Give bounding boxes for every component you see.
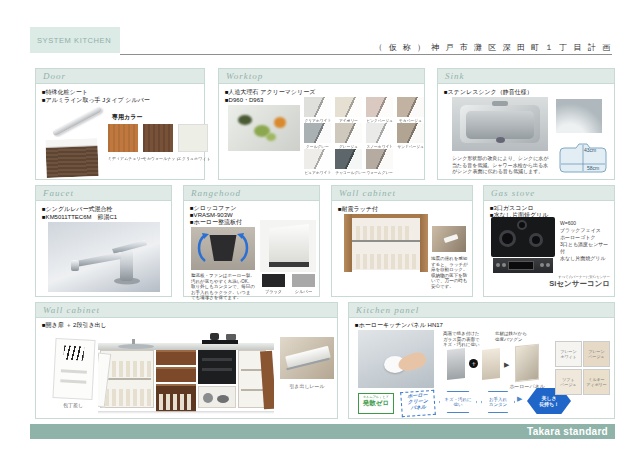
formaldehyde-zero-badge: ホルムアルデヒド 発散ゼロ bbox=[358, 393, 394, 414]
door-spec-line: ■アルミライン取っ手 Jタイプ シルバー bbox=[42, 96, 150, 104]
project-title: （ 仮 称 ） 神 戸 市 灘 区 深 田 町 １ 丁 目 計 画 bbox=[374, 42, 612, 53]
panel-rangehood-header: Rangehood bbox=[184, 186, 319, 201]
wall-cabinet-upper-spec-line: ■耐震ラッチ付 bbox=[338, 205, 378, 213]
door-swatch bbox=[178, 124, 208, 152]
worktop-swatch-label: クールグレー bbox=[304, 144, 330, 149]
knife-holder-photo bbox=[52, 338, 95, 400]
brand-name: Takara standard bbox=[527, 426, 608, 437]
plus-badge: ＋ bbox=[469, 359, 478, 368]
kitchen-panel-swatch: ソフト ベージュ bbox=[555, 369, 582, 395]
panel-kitchen-panel-title: Kitchen panel bbox=[356, 305, 419, 315]
worktop-swatch-label: モカベージュ bbox=[397, 118, 423, 123]
door-swatch bbox=[108, 124, 138, 152]
rangehood-swatch bbox=[292, 274, 315, 287]
panel-sink: Sink ■ステンレスシンク（静音仕様） シンク形状部の改良により、シンクに水が… bbox=[437, 68, 615, 180]
worktop-swatch bbox=[304, 97, 331, 117]
panel-faucet-title: Faucet bbox=[43, 188, 74, 198]
wall-cabinet-upper-caption: 地震の揺れを感知すると、ラッチが扉を自動ロック。収納物の落下を防いで、万一の時も… bbox=[431, 256, 468, 289]
faucet-shape bbox=[48, 222, 160, 292]
rangehood-swatch-label: シルバー bbox=[290, 288, 316, 293]
benefit-hexagon: キズ・汚れに 強い bbox=[439, 391, 477, 413]
panel-wall-cabinet-base-title: Wall cabinet bbox=[43, 305, 100, 315]
panel-faucet: Faucet ■シングルレバー式混合栓 ■KM5011TTEC6M 節湯C1 bbox=[35, 185, 172, 297]
rangehood-product-photo bbox=[260, 220, 316, 272]
rangehood-cleaning-photo bbox=[191, 227, 255, 270]
panel-wall-cabinet-base-header: Wall cabinet bbox=[36, 303, 337, 318]
rangehood-spec-line: ■ホーロー整流板付 bbox=[190, 218, 242, 226]
sink-dimension-diagram: 43cm 58cm bbox=[558, 139, 608, 177]
worktop-swatch bbox=[335, 123, 362, 143]
panel-rangehood-title: Rangehood bbox=[191, 188, 241, 198]
kitchen-panel-swatch: プレーン ベージュ bbox=[583, 341, 610, 367]
panel-kitchen-panel-header: Kitchen panel bbox=[349, 303, 614, 318]
faucet-spec-line: ■シングルレバー式混合栓 bbox=[42, 205, 112, 213]
worktop-spec-line: ■人造大理石 アクリーマシリーズ bbox=[225, 88, 315, 96]
faucet-photo bbox=[48, 222, 160, 292]
construction-caption-mid: 芯材は鉄だから 強度バツグン bbox=[495, 331, 543, 342]
footer-brand-bar: Takara standard bbox=[30, 424, 615, 439]
panel-wall-cabinet-upper-title: Wall cabinet bbox=[339, 188, 396, 198]
wall-cabinet-base-spec-line: ■開き扉 ＋ 2段引き出し bbox=[42, 321, 107, 329]
blue-arrows bbox=[191, 227, 255, 270]
worktop-swatch-label: ウォームグレー bbox=[366, 170, 392, 175]
sink-depth-dim: 43cm bbox=[584, 147, 596, 153]
panel-rangehood: Rangehood ■シロッコファン ■VRASM-903W ■ホーロー整流板付… bbox=[183, 185, 320, 297]
panel-kitchen-panel: Kitchen panel ■ホーローキッチンパネル HN17 ホルムアルデヒド… bbox=[348, 302, 615, 419]
rangehood-swatch-label: ブラック bbox=[260, 288, 286, 293]
door-color-label: 専用カラー bbox=[112, 113, 142, 121]
latch-detail-photo bbox=[432, 226, 466, 252]
enamel-panel-shape bbox=[515, 344, 539, 383]
door-swatch-label: モカウォールナット bbox=[143, 156, 173, 161]
worktop-swatch bbox=[304, 149, 331, 169]
kitchen-panel-swatch: ミルキー アイボリー bbox=[583, 369, 610, 395]
panel-faucet-header: Faucet bbox=[36, 186, 171, 201]
rangehood-caption: 整流板・ファンはホーロー製。汚れが落ちやすく丸洗いOK。取り外しもカンタンで、毎… bbox=[191, 273, 255, 301]
panel-door-title: Door bbox=[43, 71, 66, 81]
worktop-swatch-label: ピンクベージュ bbox=[366, 118, 392, 123]
sink-detail-photo bbox=[556, 99, 602, 133]
panel-gas-stove: Gas stove ■3口ガスコンロ ■水なし片面焼グリル W=600 ブラック… bbox=[483, 185, 615, 297]
worktop-swatch bbox=[366, 123, 393, 143]
panel-gas-stove-title: Gas stove bbox=[491, 188, 535, 198]
wall-cabinet-photo bbox=[344, 214, 428, 272]
panel-worktop-header: Worktop bbox=[219, 69, 424, 84]
logo-label: SYSTEM KITCHEN bbox=[37, 36, 111, 45]
sink-outline bbox=[558, 139, 608, 177]
worktop-swatch bbox=[366, 97, 393, 117]
construction-arrow: ▶ bbox=[504, 361, 509, 369]
panel-sink-header: Sink bbox=[438, 69, 614, 84]
sink-width-dim: 58cm bbox=[587, 165, 599, 171]
panel-wipe-photo bbox=[358, 330, 434, 388]
construction-caption-left: 高温で焼き付けた ガラス質の表面で キズ・汚れに強い bbox=[443, 331, 491, 348]
panel-sink-title: Sink bbox=[445, 71, 465, 81]
glass-panel-shape bbox=[482, 348, 500, 380]
sink-photo bbox=[452, 97, 548, 151]
steel-panel-shape bbox=[447, 348, 465, 380]
enamel-clean-panel-logo: ホーロー クリーン パネル bbox=[400, 390, 436, 417]
worktop-swatch-label: アイボリー bbox=[335, 118, 361, 123]
worktop-swatch bbox=[335, 97, 362, 117]
door-spec-line: ■特殊化粧シート bbox=[42, 88, 88, 96]
worktop-swatch bbox=[397, 123, 424, 143]
kitchen-panel-spec-line: ■ホーローキッチンパネル HN17 bbox=[355, 321, 443, 329]
door-swatch-label: エクリュホワイト bbox=[178, 156, 208, 161]
worktop-swatch-label: スノーホワイト bbox=[366, 144, 392, 149]
si-sensor-logo: すべてのバーナーに安心センサー Siセンサーコンロ bbox=[534, 274, 610, 289]
worktop-swatch bbox=[366, 149, 393, 169]
flow-arrow: ▶ bbox=[517, 395, 522, 403]
badge-main-text: 発散ゼロ bbox=[359, 399, 393, 408]
drawer-rail-photo bbox=[280, 337, 334, 379]
benefit-hexagon: お手入れ カンタン bbox=[481, 391, 515, 413]
panel-worktop-title: Worktop bbox=[226, 71, 263, 81]
knife-holder-caption: 包丁差し bbox=[54, 402, 92, 408]
header-rule bbox=[120, 54, 612, 55]
door-swatch bbox=[143, 124, 173, 152]
door-swatch-label: ミディアムチェリー bbox=[108, 156, 138, 161]
worktop-swatch-label: ピュアホワイト bbox=[304, 170, 330, 175]
kitchen-panel-swatch: プレーン ホワイト bbox=[555, 341, 582, 367]
sink-caption: シンク形状部の改良により、シンクに水が当たる音を低減。シャワー水栓から出る水がシ… bbox=[452, 155, 552, 175]
worktop-swatch bbox=[335, 149, 362, 169]
handle-bar-shape bbox=[52, 106, 102, 137]
worktop-swatch bbox=[304, 123, 331, 143]
si-logo-subtext: すべてのバーナーに安心センサー bbox=[545, 274, 610, 278]
